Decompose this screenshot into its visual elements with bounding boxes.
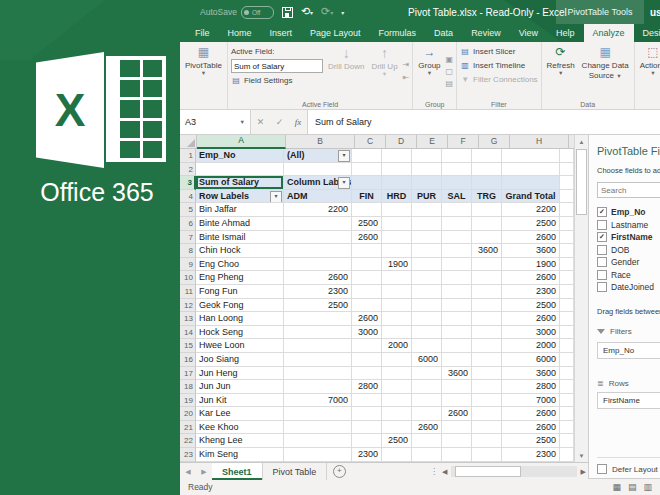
hscroll-thumb[interactable] <box>455 466 521 477</box>
cell-E14[interactable] <box>412 326 442 340</box>
cell-A6[interactable]: Binte Ahmad <box>196 217 284 231</box>
cell-D13[interactable] <box>382 312 412 326</box>
cell-C11[interactable] <box>352 285 382 299</box>
field-item-emp_no[interactable]: ✓Emp_No <box>597 206 660 219</box>
collapse-field-icon[interactable]: ⇤ <box>403 73 410 82</box>
cell-G22[interactable] <box>472 434 502 448</box>
autosave-toggle[interactable]: AutoSave Off <box>200 6 274 19</box>
new-sheet-button[interactable]: + <box>327 463 351 480</box>
cell-H2[interactable] <box>502 163 560 177</box>
cell-B10[interactable]: 2600 <box>284 271 352 285</box>
cell-D23[interactable] <box>382 448 412 462</box>
cell-A9[interactable]: Eng Choo <box>196 258 284 272</box>
expand-field-icon[interactable]: ⇥ <box>403 60 410 69</box>
cell-B3[interactable]: Column Labels▾ <box>284 176 352 190</box>
cell-C21[interactable] <box>352 421 382 435</box>
row-header-21[interactable]: 21 <box>180 421 196 435</box>
field-checkbox-firstname[interactable]: ✓ <box>597 232 607 242</box>
cell-H16[interactable]: 6000 <box>502 353 560 367</box>
field-checkbox-dob[interactable] <box>597 245 607 255</box>
cell-I4[interactable] <box>560 190 574 204</box>
cell-F21[interactable] <box>442 421 472 435</box>
cell-B12[interactable]: 2500 <box>284 299 352 313</box>
insert-timeline-button[interactable]: ▥Insert Timeline <box>460 59 537 72</box>
cell-I11[interactable] <box>560 285 574 299</box>
row-header-14[interactable]: 14 <box>180 326 196 340</box>
cell-I22[interactable] <box>560 434 574 448</box>
cell-A19[interactable]: Jun Kit <box>196 394 284 408</box>
cell-H21[interactable]: 2600 <box>502 421 560 435</box>
cell-I7[interactable] <box>560 231 574 245</box>
hscroll-left-icon[interactable]: ◀ <box>442 468 447 476</box>
cell-G15[interactable] <box>472 339 502 353</box>
cell-B23[interactable] <box>284 448 352 462</box>
cell-H7[interactable]: 2600 <box>502 231 560 245</box>
column-header-B[interactable]: B <box>286 135 355 149</box>
cell-A17[interactable]: Jun Heng <box>196 367 284 381</box>
actions-button[interactable]: ⬚ Actions ▼ <box>638 45 660 97</box>
tab-help[interactable]: Help <box>547 24 584 42</box>
cell-D14[interactable] <box>382 326 412 340</box>
cell-H9[interactable]: 1900 <box>502 258 560 272</box>
cell-E3[interactable] <box>412 176 442 190</box>
cell-E4[interactable]: PUR <box>412 190 442 204</box>
cell-D19[interactable] <box>382 394 412 408</box>
name-box[interactable]: A3 ▼ <box>180 110 251 134</box>
cell-C16[interactable] <box>352 353 382 367</box>
column-header-D[interactable]: D <box>386 135 417 149</box>
cell-D16[interactable] <box>382 353 412 367</box>
cell-F19[interactable] <box>442 394 472 408</box>
tab-file[interactable]: File <box>186 24 219 42</box>
field-checkbox-lastname[interactable] <box>597 220 607 230</box>
cell-F11[interactable] <box>442 285 472 299</box>
cell-C17[interactable] <box>352 367 382 381</box>
cell-D12[interactable] <box>382 299 412 313</box>
cell-D7[interactable] <box>382 231 412 245</box>
cell-H13[interactable]: 2600 <box>502 312 560 326</box>
cell-D4[interactable]: HRD <box>382 190 412 204</box>
fields-search-input[interactable] <box>597 182 660 198</box>
vertical-scrollbar[interactable]: ▲ ▼ <box>574 135 588 462</box>
cell-B11[interactable]: 2300 <box>284 285 352 299</box>
user-name[interactable]: user <box>650 0 660 24</box>
cell-B1[interactable]: (All)▾ <box>284 149 352 163</box>
cell-C8[interactable] <box>352 244 382 258</box>
cell-C15[interactable] <box>352 339 382 353</box>
cell-G17[interactable] <box>472 367 502 381</box>
cell-E17[interactable] <box>412 367 442 381</box>
cell-E5[interactable] <box>412 203 442 217</box>
row-header-4[interactable]: 4 <box>180 190 196 204</box>
cell-A22[interactable]: Kheng Lee <box>196 434 284 448</box>
cell-H18[interactable]: 2800 <box>502 380 560 394</box>
cell-C20[interactable] <box>352 407 382 421</box>
cell-F7[interactable] <box>442 231 472 245</box>
cell-B22[interactable] <box>284 434 352 448</box>
row-header-19[interactable]: 19 <box>180 394 196 408</box>
hscroll-track[interactable] <box>451 466 576 477</box>
cell-H5[interactable]: 2200 <box>502 203 560 217</box>
cell-F8[interactable] <box>442 244 472 258</box>
cell-I14[interactable] <box>560 326 574 340</box>
name-box-dropdown-icon[interactable]: ▼ <box>240 120 245 125</box>
refresh-button[interactable]: ⟳ Refresh ▼ <box>545 45 577 97</box>
cell-F22[interactable] <box>442 434 472 448</box>
cell-I19[interactable] <box>560 394 574 408</box>
cell-G9[interactable] <box>472 258 502 272</box>
filters-area-item[interactable]: Emp_No <box>597 342 660 359</box>
cell-F13[interactable] <box>442 312 472 326</box>
cell-F18[interactable] <box>442 380 472 394</box>
cell-G19[interactable] <box>472 394 502 408</box>
filter-dropdown-icon[interactable]: ▾ <box>270 191 282 203</box>
cell-F1[interactable] <box>442 149 472 163</box>
row-header-3[interactable]: 3 <box>180 176 196 190</box>
cell-C23[interactable]: 2300 <box>352 448 382 462</box>
cell-E7[interactable] <box>412 231 442 245</box>
cell-A11[interactable]: Fong Fun <box>196 285 284 299</box>
cell-I21[interactable] <box>560 421 574 435</box>
cell-B21[interactable] <box>284 421 352 435</box>
row-header-23[interactable]: 23 <box>180 448 196 462</box>
column-header-E[interactable]: E <box>417 135 448 149</box>
cell-H19[interactable]: 7000 <box>502 394 560 408</box>
cell-G8[interactable]: 3600 <box>472 244 502 258</box>
cell-D5[interactable] <box>382 203 412 217</box>
